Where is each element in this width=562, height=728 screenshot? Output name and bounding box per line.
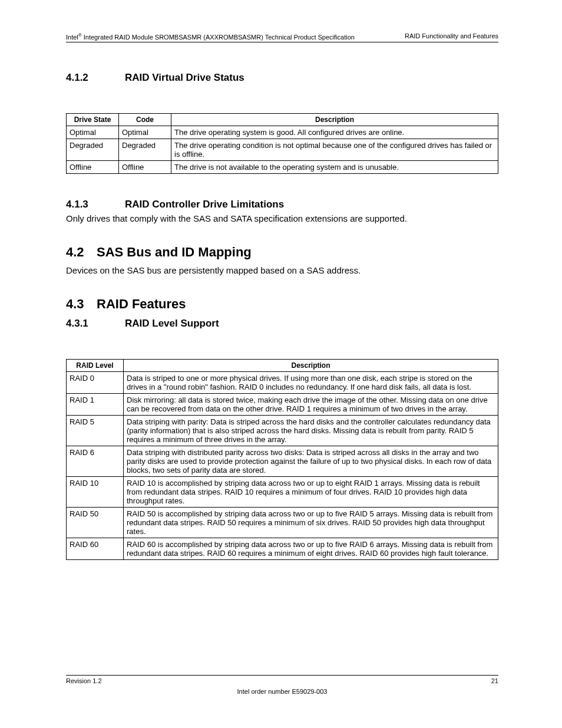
cell: Data is striped to one or more physical … [124,372,498,394]
footer-revision: Revision 1.2 [66,677,102,684]
table-row: RAID 50RAID 50 is accomplished by stripi… [67,508,498,538]
footer-order-number: Intel order number E59029-003 [66,688,498,695]
cell: The drive is not available to the operat… [171,160,498,173]
cell: The drive operating condition is not opt… [171,139,498,160]
cell: Offline [67,160,119,173]
cell: RAID 6 [67,446,124,477]
table-header-row: RAID Level Description [67,360,498,372]
table-row: RAID 10RAID 10 is accomplished by stripi… [67,477,498,508]
heading-4-3-1: 4.3.1RAID Level Support [66,318,498,330]
cell: Data striping with distributed parity ac… [124,446,498,477]
heading-4-3: 4.3RAID Features [66,297,498,312]
table-row: RAID 6Data striping with distributed par… [67,446,498,477]
cell: RAID 60 [67,538,124,560]
header-right: RAID Functionality and Features [405,32,498,41]
cell: RAID 50 [67,508,124,538]
cell: The drive operating system is good. All … [171,126,498,139]
page-footer: Revision 1.2 21 Intel order number E5902… [66,675,498,695]
col-header: Description [124,360,498,372]
table-row: RAID 5Data striping with parity: Data is… [67,416,498,446]
table-drive-status: Drive State Code Description Optimal Opt… [66,113,498,174]
page-header: Intel® Integrated RAID Module SROMBSASMR… [66,32,498,42]
cell: Degraded [119,139,171,160]
heading-4-2: 4.2SAS Bus and ID Mapping [66,245,498,260]
table-row: RAID 1Disk mirroring: all data is stored… [67,394,498,416]
cell: RAID 60 is accomplished by striping data… [124,538,498,560]
cell: Optimal [119,126,171,139]
header-left: Intel® Integrated RAID Module SROMBSASMR… [66,32,355,41]
cell: RAID 0 [67,372,124,394]
cell: RAID 10 [67,477,124,508]
footer-page-number: 21 [491,677,498,684]
body-text: Only drives that comply with the SAS and… [66,213,498,225]
table-raid-levels: RAID Level Description RAID 0Data is str… [66,359,498,560]
cell: RAID 5 [67,416,124,446]
table-row: RAID 60RAID 60 is accomplished by stripi… [67,538,498,560]
table-row: Degraded Degraded The drive operating co… [67,139,498,160]
body-text: Devices on the SAS bus are persistently … [66,265,498,276]
heading-4-1-3: 4.1.3RAID Controller Drive Limitations [66,199,498,210]
table-row: Offline Offline The drive is not availab… [67,160,498,173]
table-row: Optimal Optimal The drive operating syst… [67,126,498,139]
cell: Optimal [67,126,119,139]
cell: RAID 1 [67,394,124,416]
col-header: Drive State [67,113,119,126]
cell: Data striping with parity: Data is strip… [124,416,498,446]
col-header: Description [171,113,498,126]
cell: Offline [119,160,171,173]
col-header: Code [119,113,171,126]
heading-4-1-2: 4.1.2RAID Virtual Drive Status [66,72,498,84]
col-header: RAID Level [67,360,124,372]
cell: Degraded [67,139,119,160]
cell: RAID 10 is accomplished by striping data… [124,477,498,508]
cell: Disk mirroring: all data is stored twice… [124,394,498,416]
cell: RAID 50 is accomplished by striping data… [124,508,498,538]
table-header-row: Drive State Code Description [67,113,498,126]
table-row: RAID 0Data is striped to one or more phy… [67,372,498,394]
